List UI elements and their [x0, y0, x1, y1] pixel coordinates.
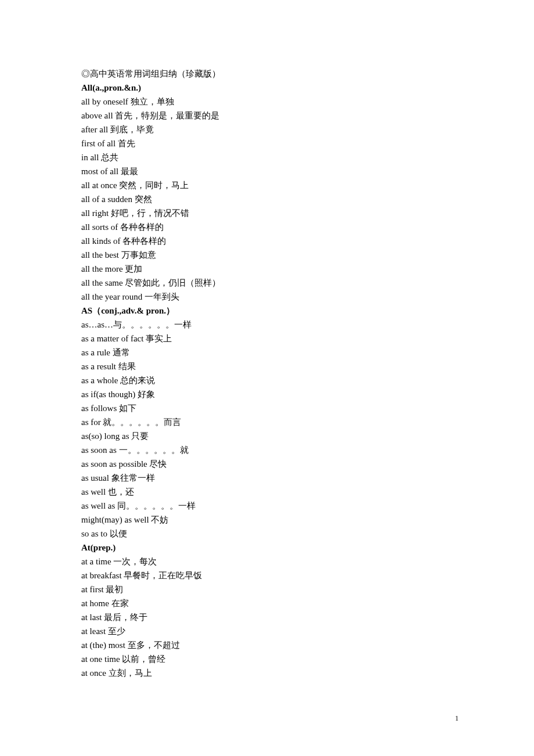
- phrase-entry: all the more 更加: [81, 262, 453, 276]
- phrase-entry: most of all 最最: [81, 164, 453, 178]
- phrase-entry: in all 总共: [81, 150, 453, 164]
- document-title: ◎高中英语常用词组归纳（珍藏版）: [81, 67, 453, 81]
- phrase-entry: at last 最后，终于: [81, 610, 453, 624]
- phrase-entry: at first 最初: [81, 582, 453, 596]
- phrase-entry: as soon as 一。。。。。。就: [81, 443, 453, 457]
- phrase-entry: as if(as though) 好象: [81, 387, 453, 401]
- section-heading: All(a.,pron.&n.): [81, 81, 453, 95]
- phrase-entry: so as to 以便: [81, 527, 453, 541]
- document-body: All(a.,pron.&n.)all by oneself 独立，单独abov…: [81, 81, 453, 680]
- phrase-entry: as soon as possible 尽快: [81, 457, 453, 471]
- phrase-entry: all right 好吧，行，情况不错: [81, 206, 453, 220]
- phrase-entry: as well 也，还: [81, 485, 453, 499]
- phrase-entry: at least 至少: [81, 624, 453, 638]
- phrase-entry: all at once 突然，同时，马上: [81, 178, 453, 192]
- page-number: 1: [455, 713, 459, 724]
- phrase-entry: all the year round 一年到头: [81, 290, 453, 304]
- phrase-entry: at once 立刻，马上: [81, 666, 453, 680]
- section-heading: At(prep.): [81, 541, 453, 555]
- phrase-entry: all the best 万事如意: [81, 248, 453, 262]
- phrase-entry: as usual 象往常一样: [81, 471, 453, 485]
- phrase-entry: as a rule 通常: [81, 345, 453, 359]
- phrase-entry: as a whole 总的来说: [81, 373, 453, 387]
- phrase-entry: as well as 同。。。。。。一样: [81, 499, 453, 513]
- phrase-entry: might(may) as well 不妨: [81, 513, 453, 527]
- phrase-entry: all the same 尽管如此，仍旧（照样）: [81, 276, 453, 290]
- document-page: ◎高中英语常用词组归纳（珍藏版） All(a.,pron.&n.)all by …: [0, 0, 534, 756]
- phrase-entry: at a time 一次，每次: [81, 555, 453, 568]
- phrase-entry: all sorts of 各种各样的: [81, 220, 453, 234]
- phrase-entry: at home 在家: [81, 596, 453, 610]
- phrase-entry: at breakfast 早餐时，正在吃早饭: [81, 568, 453, 582]
- section-heading: AS（conj.,adv.& pron.）: [81, 304, 453, 318]
- phrase-entry: as follows 如下: [81, 401, 453, 415]
- phrase-entry: at (the) most 至多，不超过: [81, 638, 453, 652]
- phrase-entry: as…as…与。。。。。。一样: [81, 318, 453, 332]
- phrase-entry: as(so) long as 只要: [81, 429, 453, 443]
- phrase-entry: at one time 以前，曾经: [81, 652, 453, 666]
- phrase-entry: first of all 首先: [81, 136, 453, 150]
- phrase-entry: as a result 结果: [81, 359, 453, 373]
- phrase-entry: all of a sudden 突然: [81, 192, 453, 206]
- phrase-entry: as for 就。。。。。。而言: [81, 415, 453, 429]
- phrase-entry: all by oneself 独立，单独: [81, 95, 453, 109]
- phrase-entry: after all 到底，毕竟: [81, 123, 453, 136]
- phrase-entry: all kinds of 各种各样的: [81, 234, 453, 248]
- phrase-entry: above all 首先，特别是，最重要的是: [81, 109, 453, 123]
- phrase-entry: as a matter of fact 事实上: [81, 332, 453, 345]
